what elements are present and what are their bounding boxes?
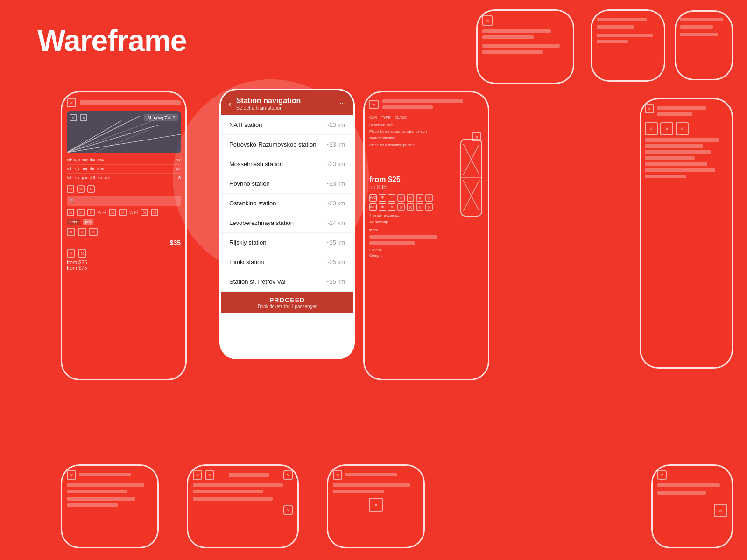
wifi-icon-2: WiFi [129, 210, 138, 215]
station-name: Rijskiy station [229, 239, 266, 246]
bottom-icon-2 [78, 228, 86, 236]
amenity-8 [407, 203, 414, 211]
station-distance: ~24 km [326, 220, 345, 226]
trp2-bar-2 [597, 25, 634, 29]
bp4-icon-1 [657, 470, 667, 480]
station-distance: ~23 km [326, 141, 345, 148]
ticket-icon [67, 249, 75, 258]
bp2-bar-2 [193, 490, 263, 493]
bp1-bar-4 [67, 497, 135, 501]
station-item[interactable]: Hovrino station ~23 km [221, 174, 353, 194]
bp3-icon-1 [333, 470, 342, 480]
top-right-phone-2 [591, 9, 665, 82]
top-right-phone-3 [675, 10, 733, 80]
fr-grid-icon-3 [676, 122, 689, 135]
left-list: table, along the way 12 table, along the… [67, 156, 181, 182]
bp3-bar-2 [333, 483, 410, 487]
wifi-icon-1: WiFi [98, 210, 106, 215]
bp4-bar-2 [657, 491, 706, 495]
bp2-inner [188, 466, 297, 519]
page-title: Wareframe [37, 23, 186, 58]
left-list-icon-1 [67, 185, 74, 193]
menu-icon[interactable]: ⋯ [339, 100, 346, 107]
amenity-icon-1 [67, 209, 74, 216]
bp4-top [657, 470, 727, 480]
station-distance: ~25 km [326, 239, 345, 246]
bottom-icon-bar [67, 228, 181, 236]
bp4-inner [653, 466, 732, 522]
center-phone: ‹ Station navigation Select a train stat… [219, 89, 355, 359]
station-item[interactable]: Himki station ~25 km [221, 252, 353, 272]
svg-line-3 [67, 134, 181, 153]
car-section-label: CAR [369, 115, 377, 119]
station-item[interactable]: Rijskiy station ~25 km [221, 233, 353, 252]
far-right-inner [641, 99, 732, 185]
search-icon: 🔍 [70, 198, 75, 203]
back-button[interactable]: ‹ [228, 98, 232, 109]
air-companion: Air accomp... [369, 219, 483, 224]
phone-footer[interactable]: PROCEED Book tickets for 1 passenger [221, 292, 353, 313]
header-text: Station navigation Select a train statio… [236, 97, 335, 111]
bp3-center-icon [333, 498, 419, 512]
right-bar-2 [382, 105, 433, 109]
station-name: Levoberezhnaya station [229, 219, 294, 226]
car-label: CAR [369, 115, 377, 120]
amenity-icon-6 [141, 209, 148, 216]
bp4-bottom-icon [714, 504, 727, 517]
left-phone: Showing 7 of 7 table, along the way 12 t… [61, 91, 187, 380]
amenity-10 [425, 203, 433, 211]
amenity-6: ≈ [388, 203, 395, 211]
trp1-inner [478, 11, 573, 61]
station-item[interactable]: Station st. Petrov Val ~25 km [221, 272, 353, 292]
station-list: NATI station ~23 km Petrovsko-Razumovsko… [221, 115, 353, 292]
fr-grid-icon-2 [660, 122, 673, 135]
list-item: table, along the way 12 [67, 156, 181, 165]
far-right-phone [640, 98, 733, 369]
trp2-inner [592, 11, 664, 50]
car-type-class: CAR TYPE CLASS [369, 115, 483, 120]
bp1-bar-5 [67, 503, 118, 507]
trp2-bar-3 [597, 34, 653, 37]
fr-line-7 [645, 175, 686, 178]
amenity-3 [407, 194, 414, 202]
bp1-bar-1 [79, 473, 131, 476]
left-price: $35 [67, 239, 181, 246]
amenity-4 [416, 194, 423, 202]
ticket-icon-2 [78, 249, 86, 258]
bp4-bottom [657, 504, 727, 517]
header-title: Station navigation [236, 97, 335, 105]
bp3-bar-3 [333, 490, 384, 493]
station-item[interactable]: Levoberezhnaya station ~24 km [221, 213, 353, 233]
amenity-2 [397, 194, 405, 202]
left-header-bar [80, 100, 181, 105]
bp2-bar-1 [193, 483, 283, 487]
badge-dark: pro [83, 219, 94, 225]
list-item-num: 8 [178, 175, 181, 180]
trp1-bar-1 [482, 29, 551, 33]
ticket-icon-row [67, 249, 181, 258]
bp3-inner [328, 466, 423, 517]
proceed-button-label: PROCEED [228, 296, 346, 304]
bp2-bar-3 [193, 497, 273, 501]
class-label: CLASS [395, 115, 407, 120]
bp1-bar-3 [67, 490, 127, 493]
from-price: from $25 from $75 [67, 259, 181, 271]
amenity-9 [416, 203, 423, 211]
station-item[interactable]: NATI station ~23 km [221, 115, 353, 135]
list-item-num: 22 [176, 167, 181, 171]
station-distance: ~23 km [326, 181, 345, 187]
list-item: table, along the way 22 [67, 165, 181, 174]
trp1-bar-4 [482, 50, 543, 54]
bp2-icon-3 [283, 470, 293, 480]
bp1-icon [67, 470, 76, 480]
list-item-text: table, along the way [67, 158, 176, 162]
more-label[interactable]: More [369, 227, 483, 232]
station-item[interactable]: Mosselmash station ~23 km [221, 154, 353, 174]
station-distance: ~23 km [326, 122, 345, 128]
station-item[interactable]: Petrovsko-Razumovskoe station ~23 km [221, 135, 353, 154]
left-search-bar[interactable]: 🔍 [67, 196, 181, 206]
bp4-bar-1 [657, 483, 720, 487]
bottom-icon-1 [67, 228, 75, 236]
top-right-phone-1 [476, 9, 574, 84]
station-item[interactable]: Ostankino station ~23 km [221, 194, 353, 213]
